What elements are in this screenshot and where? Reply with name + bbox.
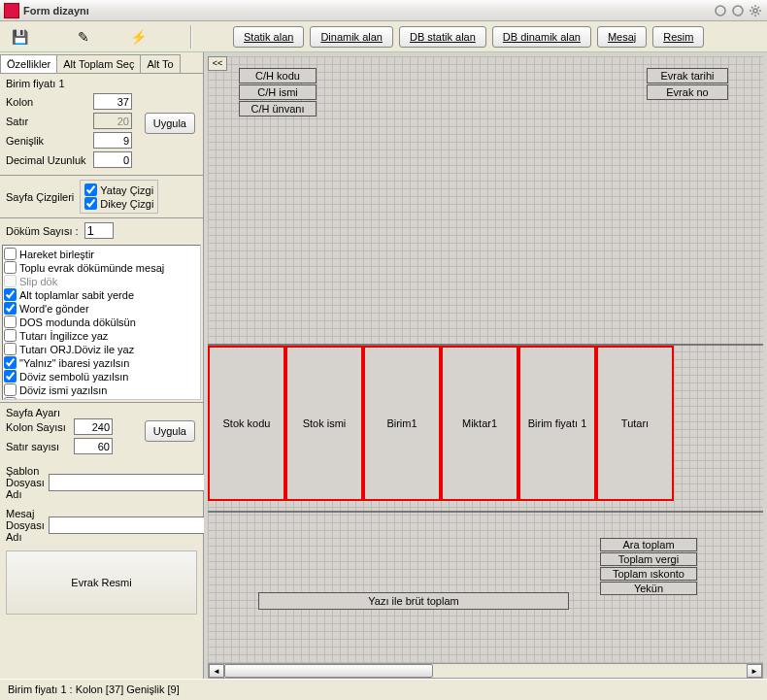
option-label: Slip dök — [19, 276, 57, 287]
col-birim-fiyati[interactable]: Birim fiyatı 1 — [518, 346, 596, 501]
field-ara-toplam[interactable]: Ara toplam — [600, 538, 697, 551]
titlebar: Form dizaynı — [0, 0, 767, 21]
satir-sayisi-input[interactable] — [74, 438, 113, 454]
option-row: Kuruş kısmı yazılsın — [4, 397, 199, 400]
close-icon[interactable] — [748, 3, 763, 18]
option-row: Tutarı ORJ.Döviz ile yaz — [4, 343, 199, 355]
option-checkbox — [4, 275, 17, 287]
collapse-button[interactable]: << — [208, 56, 227, 71]
btn-db-statik[interactable]: DB statik alan — [399, 26, 486, 48]
horizontal-scrollbar[interactable]: ◄ ► — [208, 663, 763, 679]
option-checkbox[interactable] — [4, 261, 17, 274]
decimal-input[interactable] — [93, 151, 132, 168]
tab-alt-to[interactable]: Alt To — [140, 54, 180, 73]
tab-alt-toplam[interactable]: Alt Toplam Seç — [56, 54, 141, 73]
option-row: Alt toplamlar sabit yerde — [4, 288, 199, 301]
sidebar: Özellikler Alt Toplam Seç Alt To Birim f… — [0, 52, 204, 679]
toolbar: 💾 ✎ ⚡ Statik alan Dinamik alan DB statik… — [0, 21, 767, 52]
option-row: Toplu evrak dökümünde mesaj — [4, 261, 199, 274]
field-yekun[interactable]: Yekün — [600, 582, 697, 595]
evrak-resmi-box[interactable]: Evrak Resmi — [6, 550, 197, 615]
svg-line-9 — [751, 13, 753, 15]
option-row: Döviz ismi yazılsın — [4, 383, 199, 396]
col-tutari[interactable]: Tutarı — [596, 346, 674, 501]
kolon-input[interactable] — [93, 93, 132, 110]
dikey-cizgi-checkbox[interactable] — [84, 197, 97, 210]
svg-line-8 — [758, 7, 760, 9]
page-setup-title: Sayfa Ayarı — [6, 407, 197, 418]
btn-mesaj[interactable]: Mesaj — [597, 26, 647, 48]
option-checkbox[interactable] — [4, 329, 17, 342]
status-text: Birim fiyatı 1 : Kolon [37] Genişlik [9] — [8, 683, 180, 695]
save-icon[interactable]: 💾 — [8, 25, 31, 49]
btn-statik-alan[interactable]: Statik alan — [233, 26, 304, 48]
option-checkbox[interactable] — [4, 316, 17, 328]
edit-icon[interactable]: ✎ — [72, 25, 95, 49]
scroll-left-icon[interactable]: ◄ — [209, 664, 224, 678]
page-uygula-button[interactable]: Uygula — [145, 420, 195, 442]
scroll-right-icon[interactable]: ► — [747, 664, 762, 678]
field-ch-kodu[interactable]: C/H kodu — [239, 68, 317, 83]
btn-db-dinamik[interactable]: DB dinamik alan — [492, 26, 591, 48]
maximize-icon[interactable] — [730, 3, 746, 18]
yatay-cizgi-checkbox[interactable] — [84, 183, 97, 196]
option-row: DOS modunda dökülsün — [4, 316, 199, 328]
satir-input — [93, 113, 132, 129]
kolon-sayisi-input[interactable] — [74, 418, 113, 435]
field-toplam-vergi[interactable]: Toplam vergi — [600, 552, 697, 566]
options-checklist[interactable]: Hareket birleştirToplu evrak dökümünde m… — [2, 245, 201, 400]
btn-resim[interactable]: Resim — [652, 26, 704, 48]
genislik-label: Genişlik — [6, 135, 93, 147]
selected-field-title: Birim fiyatı 1 — [6, 78, 197, 89]
field-toplam-iskonto[interactable]: Toplam ıskonto — [600, 567, 697, 581]
option-checkbox[interactable] — [4, 356, 17, 369]
svg-point-1 — [733, 6, 743, 16]
satir-sayisi-label: Satır sayısı — [6, 441, 74, 452]
satir-label: Satır — [6, 116, 93, 127]
option-checkbox[interactable] — [4, 248, 17, 260]
sablon-input[interactable] — [49, 474, 215, 491]
dokum-input[interactable] — [84, 222, 114, 239]
field-ch-ismi[interactable]: C/H ismi — [239, 84, 317, 100]
page-lines-label: Sayfa Çizgileri — [6, 191, 74, 203]
option-label: "Yalnız" ibaresi yazılsın — [19, 357, 129, 369]
svg-point-2 — [753, 9, 757, 13]
svg-line-10 — [758, 13, 760, 15]
option-checkbox[interactable] — [4, 288, 17, 301]
window-title: Form dizaynı — [23, 5, 713, 17]
wand-icon[interactable]: ⚡ — [126, 25, 150, 49]
option-label: Hareket birleştir — [19, 249, 94, 260]
dokum-label: Döküm Sayısı : — [6, 225, 79, 237]
field-evrak-no[interactable]: Evrak no — [647, 84, 728, 100]
uygula-button[interactable]: Uygula — [145, 113, 195, 134]
option-label: Döviz ismi yazılsın — [19, 384, 107, 396]
tab-ozellikler[interactable]: Özellikler — [0, 54, 57, 73]
btn-dinamik-alan[interactable]: Dinamik alan — [310, 26, 393, 48]
option-checkbox[interactable] — [4, 383, 17, 396]
option-row: "Yalnız" ibaresi yazılsın — [4, 356, 199, 369]
field-yazi-brut[interactable]: Yazı ile brüt toplam — [258, 592, 569, 610]
option-checkbox[interactable] — [4, 397, 17, 400]
option-checkbox[interactable] — [4, 302, 17, 315]
design-canvas[interactable]: << C/H kodu C/H ismi C/H ünvanı Evrak ta… — [204, 52, 767, 679]
decimal-label: Decimal Uzunluk — [6, 154, 93, 166]
genislik-input[interactable] — [93, 132, 132, 149]
app-icon — [4, 3, 19, 18]
option-label: Tutarı ORJ.Döviz ile yaz — [19, 344, 134, 355]
col-stok-ismi[interactable]: Stok ismi — [285, 346, 363, 501]
col-birim1[interactable]: Birim1 — [363, 346, 441, 501]
option-checkbox[interactable] — [4, 370, 17, 383]
svg-point-0 — [716, 6, 725, 16]
option-row: Döviz sembolü yazılsın — [4, 370, 199, 383]
col-stok-kodu[interactable]: Stok kodu — [208, 346, 285, 501]
minimize-icon[interactable] — [713, 3, 728, 18]
sablon-label: Şablon Dosyası Adı — [6, 465, 45, 500]
option-checkbox[interactable] — [4, 343, 17, 355]
field-ch-unvani[interactable]: C/H ünvanı — [239, 101, 317, 117]
option-label: Word'e gönder — [19, 303, 89, 315]
field-evrak-tarihi[interactable]: Evrak tarihi — [647, 68, 728, 83]
svg-line-7 — [751, 7, 753, 9]
scroll-thumb[interactable] — [224, 664, 433, 678]
col-miktar1[interactable]: Miktar1 — [441, 346, 518, 501]
mesaj-input[interactable] — [49, 517, 215, 534]
